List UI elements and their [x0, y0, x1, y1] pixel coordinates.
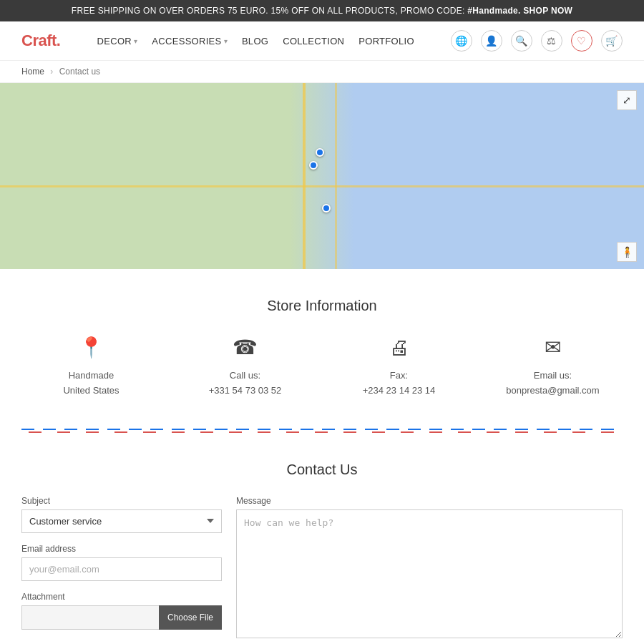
- contact-title: Contact Us: [21, 462, 623, 478]
- contact-form-wrapper: Subject Customer service Order inquiry T…: [21, 496, 623, 644]
- map-container: ⤢ 🧍: [0, 83, 644, 269]
- street-view-icon: 🧍: [621, 246, 633, 258]
- fullscreen-icon: ⤢: [623, 94, 631, 106]
- map-fullscreen-button[interactable]: ⤢: [617, 90, 637, 110]
- breadcrumb-home[interactable]: Home: [21, 67, 44, 77]
- scale-icon[interactable]: ⚖: [541, 30, 562, 52]
- subject-group: Subject Customer service Order inquiry T…: [21, 496, 222, 533]
- header: Craft. DECOR▾ ACCESSORIES▾ BLOG COLLECTI…: [0, 21, 644, 61]
- fax-icon: 🖨: [389, 336, 409, 359]
- file-input-row: Choose File: [21, 605, 222, 630]
- email-icon: ✉: [545, 336, 561, 359]
- breadcrumb: Home › Contact us: [0, 61, 644, 83]
- logo[interactable]: Craft.: [21, 31, 60, 50]
- attachment-label: Attachment: [21, 592, 222, 602]
- nav-accessories[interactable]: ACCESSORIES▾: [152, 36, 228, 47]
- subject-select[interactable]: Customer service Order inquiry Technical…: [21, 509, 222, 533]
- user-icon[interactable]: 👤: [481, 30, 502, 52]
- store-fax-text: Fax: +234 23 14 23 14: [363, 369, 436, 399]
- map-inner[interactable]: ⤢ 🧍: [0, 83, 644, 269]
- cart-icon[interactable]: 🛒: [601, 30, 623, 52]
- logo-text: Craft: [21, 31, 57, 49]
- top-banner: FREE SHIPPING ON OVER ORDERS 75 EURO. 15…: [0, 0, 644, 21]
- map-road-3: [0, 185, 644, 187]
- store-phone-text: Call us: +331 54 73 03 52: [209, 369, 282, 399]
- store-email-item: ✉ Email us: bonpresta@gmail.com: [483, 336, 623, 399]
- main-nav: DECOR▾ ACCESSORIES▾ BLOG COLLECTION PORT…: [97, 36, 414, 47]
- map-pin-3[interactable]: [322, 204, 331, 213]
- map-road-2: [335, 83, 337, 269]
- message-group: Message: [236, 496, 623, 638]
- attachment-group: Attachment Choose File: [21, 592, 222, 630]
- email-label: Email address: [21, 544, 222, 554]
- message-textarea[interactable]: [236, 509, 623, 638]
- map-pin-2[interactable]: [309, 161, 318, 170]
- store-location-text: Handmade United States: [63, 369, 119, 399]
- nav-blog[interactable]: BLOG: [242, 36, 268, 47]
- store-info-section: Store Information 📍 Handmade United Stat…: [0, 269, 644, 413]
- header-icons: 🌐 👤 🔍 ⚖ ♡ 🛒: [451, 30, 623, 52]
- store-info-grid: 📍 Handmade United States ☎ Call us: +331…: [21, 336, 623, 399]
- nav-collection[interactable]: COLLECTION: [283, 36, 344, 47]
- store-fax-item: 🖨 Fax: +234 23 14 23 14: [329, 336, 469, 399]
- map-background: [0, 83, 644, 269]
- contact-section: Contact Us Subject Customer service Orde…: [0, 447, 644, 644]
- contact-form-right: Message Send: [236, 496, 623, 644]
- map-street-view-button[interactable]: 🧍: [617, 242, 637, 262]
- globe-icon[interactable]: 🌐: [451, 30, 472, 52]
- map-road-1: [303, 83, 306, 269]
- banner-text: FREE SHIPPING ON OVER ORDERS 75 EURO. 15…: [72, 6, 468, 16]
- location-icon: 📍: [79, 336, 104, 359]
- promo-code: #Handmade.: [467, 6, 520, 16]
- logo-dot: .: [57, 31, 61, 49]
- breadcrumb-separator: ›: [50, 67, 53, 77]
- accessories-dropdown-arrow: ▾: [224, 37, 228, 45]
- nav-portfolio[interactable]: PORTFOLIO: [358, 36, 414, 47]
- dashed-divider-top: [21, 427, 623, 433]
- store-location-item: 📍 Handmade United States: [21, 336, 161, 399]
- decor-dropdown-arrow: ▾: [134, 37, 137, 45]
- breadcrumb-current: Contact us: [59, 67, 100, 77]
- message-label: Message: [236, 496, 623, 506]
- email-input[interactable]: [21, 557, 222, 581]
- nav-decor[interactable]: DECOR▾: [97, 36, 138, 47]
- map-pin-1[interactable]: [316, 148, 324, 157]
- file-input-display: [21, 605, 159, 630]
- heart-icon[interactable]: ♡: [571, 30, 592, 52]
- search-icon[interactable]: 🔍: [511, 30, 532, 52]
- choose-file-button[interactable]: Choose File: [159, 605, 222, 630]
- store-email-text: Email us: bonpresta@gmail.com: [506, 369, 599, 399]
- shop-now-link[interactable]: SHOP NOW: [523, 6, 572, 16]
- store-info-title: Store Information: [21, 298, 623, 314]
- email-group: Email address: [21, 544, 222, 581]
- store-phone-item: ☎ Call us: +331 54 73 03 52: [175, 336, 315, 399]
- phone-icon: ☎: [233, 336, 258, 359]
- contact-form-left: Subject Customer service Order inquiry T…: [21, 496, 222, 644]
- subject-label: Subject: [21, 496, 222, 506]
